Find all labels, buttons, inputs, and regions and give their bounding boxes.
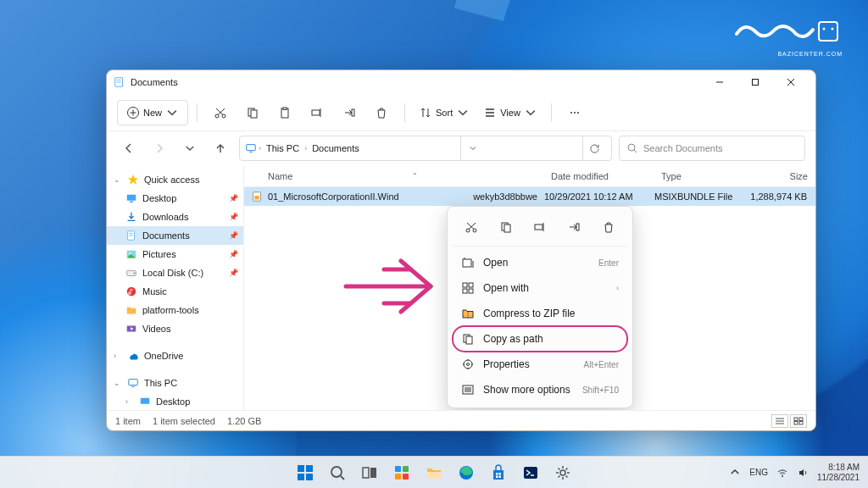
- svg-rect-90: [306, 474, 313, 480]
- ctx-compress[interactable]: Compress to ZIP file: [453, 301, 627, 326]
- taskbar-settings[interactable]: [548, 458, 577, 487]
- close-button[interactable]: [773, 70, 809, 94]
- breadcrumb[interactable]: › This PC › Documents: [239, 136, 612, 161]
- taskbar: ENG 8:18 AM 11/28/2021: [0, 456, 868, 488]
- ctx-delete-button[interactable]: [596, 215, 621, 239]
- taskbar-taskview[interactable]: [355, 458, 384, 487]
- column-date[interactable]: Date modified: [544, 171, 654, 181]
- sort-icon: [419, 106, 432, 119]
- taskbar-store[interactable]: [484, 458, 513, 487]
- status-count: 1 item: [115, 416, 141, 426]
- sidebar-item-videos[interactable]: Videos: [107, 319, 243, 338]
- column-name[interactable]: Name⌃: [244, 171, 544, 181]
- copy-button[interactable]: [238, 100, 267, 125]
- sort-button[interactable]: Sort: [414, 100, 475, 125]
- delete-button[interactable]: [367, 100, 396, 125]
- taskbar-widgets[interactable]: [387, 458, 416, 487]
- minimize-button[interactable]: [702, 70, 737, 94]
- svg-point-70: [467, 363, 470, 366]
- share-button[interactable]: [335, 100, 364, 125]
- sidebar-pc-desktop[interactable]: ›Desktop: [107, 392, 243, 410]
- more-button[interactable]: [560, 100, 589, 125]
- rename-button[interactable]: [303, 100, 331, 125]
- documents-icon: [114, 76, 125, 88]
- svg-rect-100: [496, 473, 498, 475]
- sidebar-item-local-disk[interactable]: Local Disk (C:)📌: [107, 263, 243, 282]
- ctx-rename-button[interactable]: [527, 215, 553, 239]
- svg-line-15: [218, 108, 225, 115]
- svg-rect-63: [469, 283, 473, 287]
- taskbar-powershell[interactable]: [516, 458, 545, 487]
- sidebar-item-pictures[interactable]: Pictures📌: [107, 245, 243, 263]
- wifi-icon[interactable]: [776, 467, 788, 479]
- svg-point-106: [782, 475, 783, 477]
- pin-icon: 📌: [229, 194, 238, 202]
- pin-icon: 📌: [229, 250, 238, 258]
- column-headers: Name⌃ Date modified Type Size: [244, 165, 815, 187]
- pin-icon: 📌: [229, 269, 238, 277]
- svg-rect-58: [535, 225, 542, 230]
- paste-button[interactable]: [270, 100, 299, 125]
- sidebar-item-documents[interactable]: Documents📌: [107, 226, 243, 245]
- sidebar-item-desktop[interactable]: Desktop📌: [107, 189, 243, 208]
- svg-point-29: [577, 112, 579, 114]
- svg-point-44: [127, 287, 136, 297]
- start-button[interactable]: [291, 458, 320, 487]
- titlebar[interactable]: Documents: [107, 70, 815, 94]
- up-button[interactable]: [209, 136, 232, 160]
- svg-point-105: [560, 470, 565, 475]
- sidebar-this-pc[interactable]: ⌄This PC: [107, 374, 243, 392]
- taskbar-explorer[interactable]: [420, 458, 448, 487]
- thumbnails-view-button[interactable]: [790, 414, 807, 428]
- ctx-cut-button[interactable]: [459, 215, 484, 239]
- file-row[interactable]: 01_MicrosoftCorporationII.Wind wekyb3d8b…: [244, 187, 815, 206]
- search-box[interactable]: Search Documents: [619, 136, 805, 161]
- svg-line-77: [401, 286, 431, 312]
- column-size[interactable]: Size: [739, 171, 815, 181]
- svg-rect-88: [306, 465, 313, 472]
- crumb-this-pc[interactable]: This PC: [263, 141, 303, 155]
- details-view-button[interactable]: [771, 414, 788, 428]
- taskbar-search[interactable]: [323, 458, 352, 487]
- file-icon: [251, 191, 263, 202]
- sidebar-quick-access[interactable]: ⌄Quick access: [107, 170, 243, 189]
- ctx-open[interactable]: OpenEnter: [453, 250, 627, 275]
- sidebar-item-music[interactable]: Music: [107, 282, 243, 301]
- svg-point-1: [823, 28, 826, 30]
- volume-icon[interactable]: [797, 467, 809, 479]
- new-button[interactable]: New: [117, 100, 188, 125]
- view-button[interactable]: View: [478, 100, 542, 125]
- maximize-button[interactable]: [737, 70, 773, 94]
- pin-icon: 📌: [229, 213, 238, 221]
- back-button[interactable]: [117, 136, 141, 160]
- svg-rect-85: [794, 421, 798, 424]
- refresh-button[interactable]: [582, 136, 606, 160]
- rename-icon: [310, 106, 324, 119]
- column-type[interactable]: Type: [654, 171, 739, 181]
- ctx-properties[interactable]: PropertiesAlt+Enter: [453, 352, 627, 377]
- ctx-share-button[interactable]: [561, 215, 587, 239]
- dropdown-caret[interactable]: [460, 136, 484, 160]
- search-icon: [328, 463, 347, 482]
- sidebar-item-downloads[interactable]: Downloads📌: [107, 208, 243, 226]
- ctx-show-more[interactable]: Show more optionsShift+F10: [453, 377, 627, 402]
- ctx-open-with[interactable]: Open with›: [453, 275, 627, 301]
- watermark-logo: BAZICENTER.COM: [732, 17, 843, 57]
- forward-button[interactable]: [147, 136, 171, 160]
- chevron-down-icon: [456, 106, 470, 119]
- copy-path-icon: [461, 332, 475, 346]
- ctx-copy-as-path[interactable]: Copy as path: [453, 326, 627, 352]
- ctx-copy-button[interactable]: [493, 215, 519, 239]
- scissors-icon: [214, 106, 227, 119]
- tray-chevron[interactable]: [729, 466, 741, 480]
- tray-clock[interactable]: 8:18 AM 11/28/2021: [817, 463, 860, 483]
- sidebar-item-platform-tools[interactable]: platform-tools: [107, 301, 243, 319]
- svg-rect-68: [466, 336, 472, 344]
- recent-dropdown[interactable]: [178, 136, 202, 160]
- crumb-documents[interactable]: Documents: [309, 141, 363, 155]
- sidebar-onedrive[interactable]: ›OneDrive: [107, 347, 243, 365]
- taskbar-edge[interactable]: [452, 458, 481, 487]
- cut-button[interactable]: [206, 100, 235, 125]
- tray-language[interactable]: ENG: [749, 468, 768, 477]
- svg-rect-48: [141, 398, 150, 404]
